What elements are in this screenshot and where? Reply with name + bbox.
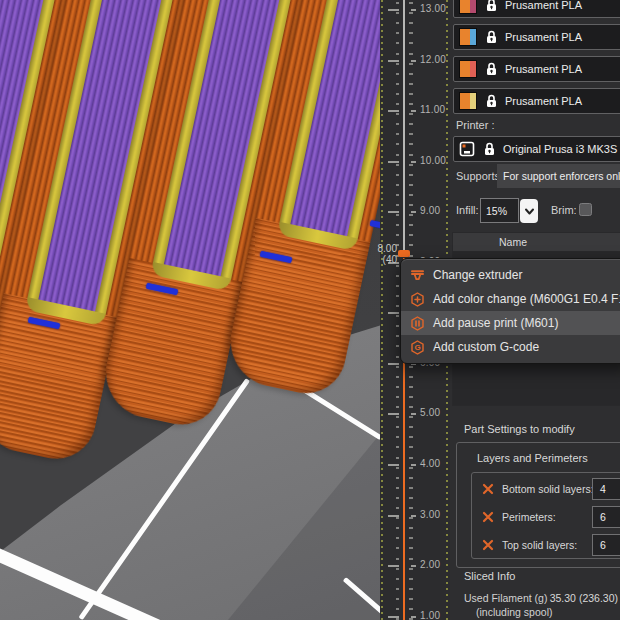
filament-select[interactable]: Prusament PLA [453, 0, 620, 18]
slider-current-value: 8.00 [378, 243, 397, 254]
infill-label: Infill: [456, 204, 479, 216]
used-filament-value: 35.30 (236.30) [538, 592, 618, 604]
slider-current-layer: (40 [378, 254, 397, 265]
printer-label: Printer : [456, 119, 495, 131]
ruler-major-tick [388, 312, 399, 314]
filament-select[interactable]: Prusament PLA [453, 56, 620, 82]
part-setting-input[interactable]: 6 [592, 534, 620, 556]
ruler-tick-label: 12.00 [420, 54, 446, 65]
ruler-tick-label: 9.00 [420, 205, 440, 216]
gcode-icon: G [409, 339, 425, 355]
part-setting-input[interactable]: 4 [592, 478, 620, 500]
filament-name: Prusament PLA [505, 63, 582, 75]
sliced-info-title: Sliced Info [464, 570, 515, 582]
ruler-major-tick [411, 616, 416, 618]
part-settings-group: Layers and Perimeters Bottom solid layer… [456, 442, 620, 568]
printer-select[interactable]: Original Prusa i3 MK3S & MK3S+ M [453, 136, 620, 162]
ruler-tick-label: 1.00 [420, 610, 440, 620]
name-column-header: Name [499, 236, 527, 248]
lock-icon [481, 141, 497, 157]
supports-select[interactable]: For support enforcers only [497, 164, 620, 188]
part-setting-input[interactable]: 6 [592, 506, 620, 528]
ruler-major-tick [388, 565, 399, 567]
layers-perimeters-title: Layers and Perimeters [477, 452, 588, 464]
filament-color-swatch [459, 60, 477, 78]
ruler-major-tick [388, 515, 399, 517]
brim-label: Brim: [551, 204, 577, 216]
filament-select[interactable]: Prusament PLA [453, 24, 620, 50]
ruler-major-tick [411, 60, 416, 62]
ruler-minor-ticks-left [396, 2, 399, 620]
ruler-tick-label: 4.00 [420, 458, 440, 469]
part-setting-row: Bottom solid layers:4 [472, 478, 620, 500]
ruler-major-tick [411, 515, 416, 517]
chevron-down-icon [524, 207, 535, 216]
filament-color-swatch [459, 92, 477, 110]
printer-name: Original Prusa i3 MK3S & MK3S+ M [503, 143, 620, 155]
delete-override-icon[interactable] [480, 481, 496, 497]
color-change-icon [409, 291, 425, 307]
delete-override-icon[interactable] [480, 537, 496, 553]
part-setting-row: Perimeters:6 [472, 506, 620, 528]
ruler-tick-label: 10.00 [420, 155, 446, 166]
filament-name: Prusament PLA [505, 95, 582, 107]
filament-color-swatch [459, 28, 477, 46]
ruler-major-tick [388, 413, 399, 415]
brim-checkbox[interactable] [579, 203, 592, 216]
ruler-major-tick [411, 9, 416, 11]
3d-viewport[interactable] [0, 0, 380, 620]
part-setting-row: Top solid layers:6 [472, 534, 620, 556]
viewport-separator [381, 0, 383, 620]
infill-dropdown-button[interactable] [520, 199, 538, 223]
svg-text:G: G [414, 343, 420, 352]
part-settings-title: Part Settings to modify [464, 423, 575, 435]
filament-select[interactable]: Prusament PLA [453, 88, 620, 114]
lock-icon [483, 93, 499, 109]
slider-track-upper[interactable] [403, 0, 405, 251]
ruler-major-tick [388, 60, 399, 62]
ruler-tick-label: 2.00 [420, 559, 440, 570]
lock-icon [483, 29, 499, 45]
ruler-major-tick [388, 110, 399, 112]
pause-print-icon [409, 315, 425, 331]
menu-item-extruder[interactable]: Change extruder [401, 263, 620, 287]
used-filament-sub: (including spool) [476, 606, 552, 618]
supports-value: For support enforcers only [503, 170, 620, 182]
printer-icon [459, 141, 475, 157]
ruler-major-tick [388, 161, 399, 163]
ruler-tick-label: 3.00 [420, 509, 440, 520]
menu-item-color-change[interactable]: Add color change (M600G1 E0.4 F1500 ; pr… [401, 287, 620, 311]
object-list-header[interactable]: Name [452, 232, 620, 252]
slider-current-label: 8.00 (40 [378, 243, 397, 265]
menu-item-label: Add custom G-code [433, 340, 539, 354]
menu-item-label: Add pause print (M601) [433, 316, 558, 330]
ruler-major-tick [388, 211, 399, 213]
ruler-major-tick [411, 413, 416, 415]
ruler-tick-label: 11.00 [420, 104, 445, 115]
menu-item-gcode[interactable]: GAdd custom G-code [401, 335, 620, 359]
delete-override-icon[interactable] [480, 509, 496, 525]
filament-name: Prusament PLA [505, 31, 582, 43]
filament-color-swatch [459, 0, 477, 14]
used-filament-label: Used Filament (g) [464, 592, 547, 604]
filament-name: Prusament PLA [505, 0, 582, 11]
ruler-major-tick [411, 110, 416, 112]
infill-value: 15% [486, 205, 507, 217]
menu-item-pause-print[interactable]: Add pause print (M601) [401, 311, 620, 335]
ruler-major-tick [411, 565, 416, 567]
lock-icon [483, 61, 499, 77]
ruler-major-tick [388, 9, 399, 11]
prusaslicer-window: 13.0012.0011.0010.009.008.007.006.005.00… [0, 0, 620, 620]
ruler-major-tick [411, 161, 416, 163]
ruler-major-tick [411, 464, 416, 466]
layer-slider-handle[interactable] [398, 250, 410, 257]
infill-input[interactable]: 15% [480, 198, 519, 223]
ruler-tick-label: 5.00 [420, 407, 440, 418]
ruler-major-tick [388, 616, 399, 618]
ruler-major-tick [388, 464, 399, 466]
ruler-major-tick [388, 363, 399, 365]
menu-item-label: Add color change (M600G1 E0.4 F1500 ; pr… [433, 292, 620, 306]
context-menu: Change extruderAdd color change (M600G1 … [400, 258, 620, 364]
ruler-major-tick [411, 211, 416, 213]
menu-item-label: Change extruder [433, 268, 522, 282]
